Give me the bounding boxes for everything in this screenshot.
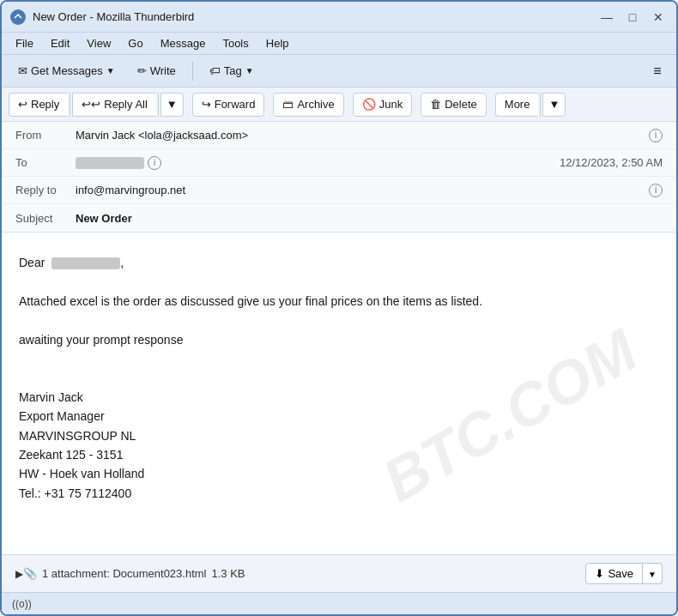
save-attachment-dropdown[interactable]: ▼ <box>643 563 663 584</box>
expand-chevron-icon: ▶ <box>15 568 23 580</box>
save-dropdown-chevron-icon: ▼ <box>648 570 657 579</box>
reply-all-divider <box>158 93 159 117</box>
write-icon: ✏ <box>137 64 147 77</box>
email-body: Dear , Attached excel is the order as di… <box>2 233 676 554</box>
attachment-label: 1 attachment: Document023.html <box>42 567 207 580</box>
get-messages-label: Get Messages <box>31 64 103 77</box>
window-controls: — □ ✕ <box>597 8 668 27</box>
archive-label: Archive <box>297 98 334 111</box>
reply-to-info-icon[interactable]: i <box>649 184 663 197</box>
body-paragraph1: Attached excel is the order as discussed… <box>19 292 659 311</box>
app-icon <box>10 9 26 25</box>
tag-dropdown-icon: ▼ <box>245 66 254 75</box>
svg-point-0 <box>13 12 23 22</box>
subject-value: New Order <box>76 212 663 225</box>
menu-file[interactable]: File <box>9 35 40 51</box>
tag-label: Tag <box>224 64 242 77</box>
menu-go[interactable]: Go <box>121 35 149 51</box>
junk-label: Junk <box>379 98 403 111</box>
signature-company: MARVINSGROUP NL <box>19 426 659 445</box>
attachment-paperclip-icon: 📎 <box>23 567 37 580</box>
archive-button[interactable]: 🗃 Archive <box>273 93 343 117</box>
save-icon: ⬇ <box>595 567 604 580</box>
reply-to-value: info@marvingroup.net <box>76 184 645 196</box>
hamburger-button[interactable]: ≡ <box>645 59 669 83</box>
delete-button[interactable]: 🗑 Delete <box>421 93 487 117</box>
delete-label: Delete <box>445 98 477 111</box>
greeting-text: Dear <box>19 256 45 269</box>
from-label: From <box>15 129 76 142</box>
greeting-line: Dear , <box>19 253 659 272</box>
title-bar-left: New Order - Mozilla Thunderbird <box>10 9 194 25</box>
attachment-bar: ▶ 📎 1 attachment: Document023.html 1.3 K… <box>2 554 676 592</box>
get-messages-icon: ✉ <box>18 64 27 77</box>
more-dropdown[interactable]: ▼ <box>542 93 566 117</box>
action-bar: ↩ Reply ↩↩ Reply All ▼ ↪ Forward 🗃 Archi… <box>2 88 676 122</box>
reply-all-dropdown[interactable]: ▼ <box>160 93 184 117</box>
to-info-icon[interactable]: i <box>148 156 161 170</box>
subject-row: Subject New Order <box>2 204 676 232</box>
signature-title: Export Manager <box>19 407 659 426</box>
menu-message[interactable]: Message <box>154 35 213 51</box>
more-label: More <box>505 98 530 111</box>
email-header: From Marvin Jack <lola@jacksaad.com> i T… <box>2 122 676 233</box>
more-divider <box>540 93 541 117</box>
to-row: To i 12/12/2023, 2:50 AM <box>2 149 676 177</box>
get-messages-dropdown-icon: ▼ <box>106 66 115 75</box>
reply-icon: ↩ <box>18 98 27 111</box>
reply-label: Reply <box>31 98 59 111</box>
title-bar: New Order - Mozilla Thunderbird — □ ✕ <box>2 2 676 33</box>
save-label: Save <box>608 567 633 580</box>
from-info-icon[interactable]: i <box>649 129 663 142</box>
write-button[interactable]: ✏ Write <box>128 60 185 82</box>
junk-icon: 🚫 <box>362 98 376 111</box>
reply-all-label: Reply All <box>104 98 148 111</box>
tag-icon: 🏷 <box>209 64 221 77</box>
delete-icon: 🗑 <box>430 98 441 111</box>
forward-button[interactable]: ↪ Forward <box>192 93 265 117</box>
window-title: New Order - Mozilla Thunderbird <box>33 10 194 23</box>
forward-label: Forward <box>215 98 256 111</box>
junk-button[interactable]: 🚫 Junk <box>353 93 412 117</box>
tag-button[interactable]: 🏷 Tag ▼ <box>200 60 263 82</box>
reply-divider <box>70 93 70 117</box>
toolbar-divider <box>192 62 193 81</box>
signature-address2: HW - Hoek van Holland <box>19 464 659 483</box>
reply-all-icon: ↩↩ <box>82 98 100 111</box>
save-attachment-button[interactable]: ⬇ Save <box>585 563 643 584</box>
attachment-size: 1.3 KB <box>212 567 245 580</box>
signature-name: Marvin Jack <box>19 388 659 407</box>
close-button[interactable]: ✕ <box>649 8 668 27</box>
menu-edit[interactable]: Edit <box>44 35 76 51</box>
toolbar: ✉ Get Messages ▼ ✏ Write 🏷 Tag ▼ ≡ <box>2 55 676 88</box>
reply-all-button[interactable]: ↩↩ Reply All <box>72 93 156 117</box>
write-label: Write <box>150 64 176 77</box>
main-window: New Order - Mozilla Thunderbird — □ ✕ Fi… <box>0 0 678 616</box>
comma: , <box>120 256 124 269</box>
body-paragraph2: awaiting your prompt response <box>19 330 659 349</box>
signature-tel: Tel.: +31 75 7112400 <box>19 484 659 503</box>
to-label: To <box>15 156 76 169</box>
email-date: 12/12/2023, 2:50 AM <box>560 156 663 169</box>
from-row: From Marvin Jack <lola@jacksaad.com> i <box>2 122 676 149</box>
from-value: Marvin Jack <lola@jacksaad.com> <box>76 129 645 142</box>
reply-to-label: Reply to <box>15 184 76 196</box>
attachment-expand-toggle[interactable]: ▶ <box>15 568 23 580</box>
menu-tools[interactable]: Tools <box>215 35 255 51</box>
to-value-blurred <box>76 157 144 169</box>
attachment-info: 📎 1 attachment: Document023.html 1.3 KB <box>23 567 585 580</box>
email-content: Dear , Attached excel is the order as di… <box>19 253 659 503</box>
forward-icon: ↪ <box>202 98 211 111</box>
minimize-button[interactable]: — <box>597 8 616 27</box>
get-messages-button[interactable]: ✉ Get Messages ▼ <box>9 60 124 82</box>
maximize-button[interactable]: □ <box>623 8 642 27</box>
reply-button[interactable]: ↩ Reply <box>9 93 68 117</box>
status-bar: ((o)) <box>2 592 676 614</box>
reply-to-row: Reply to info@marvingroup.net i <box>2 177 676 204</box>
menu-help[interactable]: Help <box>259 35 296 51</box>
menu-view[interactable]: View <box>80 35 118 51</box>
more-button[interactable]: More <box>495 93 539 117</box>
menu-bar: File Edit View Go Message Tools Help <box>2 33 676 55</box>
signature-address1: Zeekant 125 - 3151 <box>19 445 659 464</box>
recipient-name-blurred <box>51 257 120 269</box>
